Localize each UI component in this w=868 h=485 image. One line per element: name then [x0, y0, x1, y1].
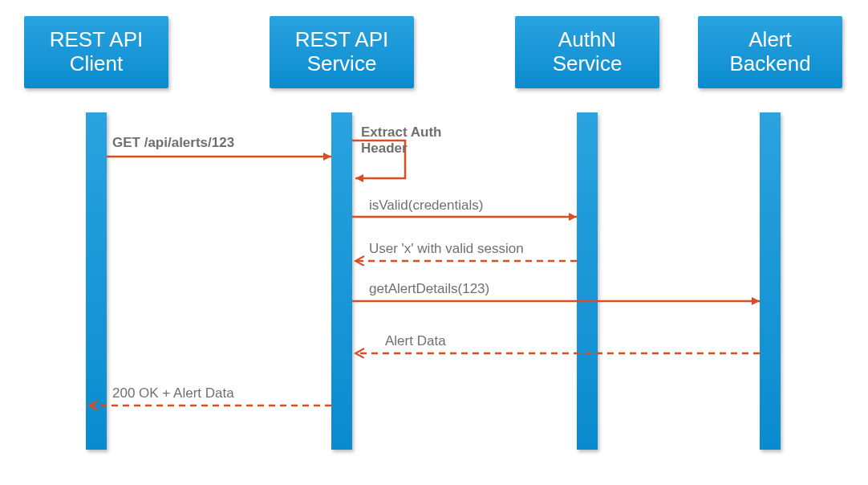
participant-backend: Alert Backend	[698, 16, 842, 88]
msg-extract-auth: Extract Auth Header	[361, 124, 441, 156]
participant-client: REST API Client	[24, 16, 168, 88]
sequence-diagram: REST API Client REST API Service AuthN S…	[0, 0, 868, 485]
lifeline-backend	[760, 112, 781, 450]
msg-200-ok: 200 OK + Alert Data	[112, 385, 234, 401]
participant-authn: AuthN Service	[515, 16, 659, 88]
lifeline-client	[86, 112, 107, 450]
participant-service: REST API Service	[270, 16, 414, 88]
participant-authn-label: AuthN Service	[553, 28, 623, 76]
msg-alert-data: Alert Data	[385, 333, 446, 349]
msg-valid-session: User 'x' with valid session	[369, 241, 524, 257]
lifeline-service	[331, 112, 352, 450]
participant-service-label: REST API Service	[295, 28, 389, 76]
participant-client-label: REST API Client	[50, 28, 144, 76]
lifeline-authn	[577, 112, 598, 450]
participant-backend-label: Alert Backend	[729, 28, 810, 76]
msg-get-alerts: GET /api/alerts/123	[112, 135, 234, 151]
msg-isvalid: isValid(credentials)	[369, 198, 483, 214]
msg-getalertdetails: getAlertDetails(123)	[369, 281, 489, 297]
